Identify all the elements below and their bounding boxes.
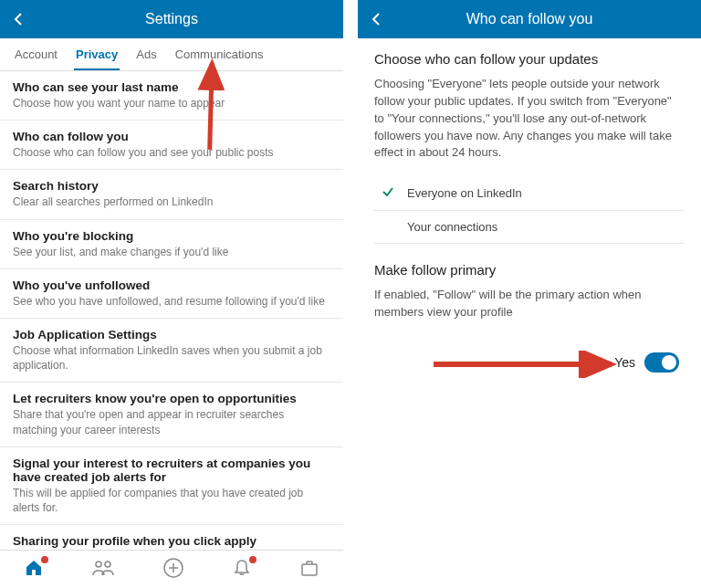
item-title: Search history — [13, 179, 330, 193]
tab-ads[interactable]: Ads — [134, 42, 158, 70]
tab-account[interactable]: Account — [13, 42, 59, 70]
svg-point-0 — [96, 562, 101, 567]
settings-screen: Settings Account Privacy Ads Communicati… — [0, 0, 350, 588]
item-title: Job Application Settings — [13, 328, 330, 341]
item-title: Let recruiters know you're open to oppor… — [13, 392, 330, 405]
list-item[interactable]: Who you've unfollowed See who you have u… — [0, 269, 343, 319]
header: Who can follow you — [358, 0, 701, 38]
option-everyone[interactable]: Everyone on LinkedIn — [374, 176, 685, 211]
section-title: Choose who can follow your updates — [374, 51, 685, 67]
list-item[interactable]: Who you're blocking See your list, and m… — [0, 220, 343, 269]
list-item[interactable]: Signal your interest to recruiters at co… — [0, 447, 343, 525]
page-title: Settings — [0, 11, 343, 27]
option-connections[interactable]: Your connections — [374, 211, 685, 244]
annotation-arrow-icon — [429, 351, 630, 378]
item-sub: See who you have unfollowed, and resume … — [13, 294, 330, 309]
nav-post-icon[interactable] — [163, 558, 183, 582]
nav-jobs-icon[interactable] — [300, 559, 319, 581]
item-sub: Choose what information LinkedIn saves w… — [13, 343, 330, 373]
page-title: Who can follow you — [358, 11, 701, 27]
section-title: Make follow primary — [374, 262, 685, 278]
item-sub: See your list, and make changes if you'd… — [13, 245, 330, 259]
list-item[interactable]: Who can see your last name Choose how yo… — [0, 71, 343, 121]
nav-network-icon[interactable] — [92, 559, 114, 581]
section-desc: If enabled, "Follow" will be the primary… — [374, 287, 685, 321]
item-title: Who you're blocking — [13, 229, 330, 243]
option-label: Everyone on LinkedIn — [407, 186, 522, 200]
check-icon — [382, 185, 398, 201]
item-sub: This will be applied for companies that … — [13, 486, 330, 515]
nav-notifications-icon[interactable] — [233, 559, 251, 581]
list-item[interactable]: Let recruiters know you're open to oppor… — [0, 383, 343, 446]
svg-point-1 — [105, 562, 110, 567]
tab-privacy[interactable]: Privacy — [74, 42, 120, 70]
notification-dot-icon — [249, 556, 256, 563]
item-sub: Choose how you want your name to appear — [13, 96, 330, 110]
item-sub: Clear all searches performed on LinkedIn — [13, 194, 330, 209]
section-desc: Choosing "Everyone" lets people outside … — [374, 76, 685, 162]
item-title: Who you've unfollowed — [13, 278, 330, 292]
item-sub: Choose who can follow you and see your p… — [13, 145, 330, 160]
list-item[interactable]: Job Application Settings Choose what inf… — [0, 319, 343, 383]
item-sub: Share that you're open and appear in rec… — [13, 407, 330, 436]
nav-home-icon[interactable] — [25, 559, 43, 581]
follow-screen: Who can follow you Choose who can follow… — [350, 0, 701, 588]
list-item[interactable]: Sharing your profile when you click appl… — [0, 525, 343, 550]
follow-primary-toggle[interactable] — [644, 352, 679, 373]
item-title: Signal your interest to recruiters at co… — [13, 457, 330, 484]
svg-rect-5 — [302, 564, 317, 575]
content-area: Choose who can follow your updates Choos… — [358, 38, 701, 402]
bottom-nav — [0, 550, 343, 588]
option-label: Your connections — [407, 220, 497, 234]
notification-dot-icon — [41, 556, 48, 563]
item-title: Sharing your profile when you click appl… — [13, 534, 330, 548]
back-button[interactable] — [367, 10, 385, 28]
back-button[interactable] — [9, 10, 27, 28]
item-title: Who can see your last name — [13, 80, 330, 94]
settings-tabs: Account Privacy Ads Communications — [0, 38, 343, 71]
list-item[interactable]: Search history Clear all searches perfor… — [0, 170, 343, 219]
header: Settings — [0, 0, 343, 38]
